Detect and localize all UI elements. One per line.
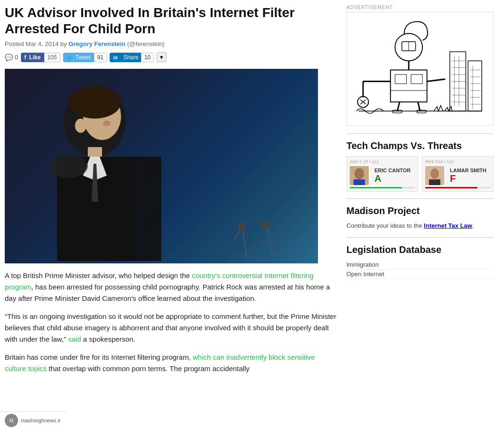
person-silhouette-svg — [28, 83, 161, 263]
list-item[interactable]: Immigration — [346, 260, 494, 270]
tw-count: 91 — [94, 53, 107, 62]
ad-image — [346, 12, 494, 126]
fb-label[interactable]: f Like — [21, 53, 44, 62]
author-handle: (@ferenstein) — [127, 40, 165, 47]
champ2-grade: F — [450, 173, 486, 184]
legislation-list: Immigration Open Internet — [346, 260, 494, 279]
svg-point-8 — [75, 119, 86, 133]
champ2-name: LAMAR SMITH — [450, 168, 486, 173]
divider-1 — [346, 133, 494, 134]
champ2-avatar — [425, 166, 444, 185]
champ-card-1[interactable]: ANA Y 27 / 111 ERIC CANTOR A — [346, 156, 418, 192]
svg-rect-56 — [354, 179, 365, 185]
sidebar: ADVERTISEMENT — [346, 5, 494, 381]
body-paragraph-2: “This is an ongoing investigation so it … — [5, 311, 337, 345]
madison-project-section: Madison Project Contribute your ideas to… — [346, 205, 494, 231]
madison-title: Madison Project — [346, 205, 494, 216]
comment-number: 0 — [15, 54, 18, 61]
author-link[interactable]: Gregory Ferenstein — [68, 40, 127, 47]
article-body: A top British Prime Minister advisor, wh… — [5, 270, 337, 374]
champ1-avatar — [350, 166, 369, 185]
more-sharing-button[interactable]: ▾ — [157, 52, 167, 62]
ad-section: ADVERTISEMENT — [346, 5, 494, 126]
microphone-svg — [233, 221, 289, 259]
comment-count: 💬 0 — [5, 54, 18, 61]
li-label-in[interactable]: in — [110, 53, 121, 62]
madison-text: Contribute your ideas to the Internet Ta… — [346, 221, 494, 231]
legislation-title: Legislation Database — [346, 244, 494, 255]
svg-point-13 — [238, 222, 246, 231]
champ-card-2[interactable]: Res TAX / 112 LAMAR SMITH F — [422, 156, 494, 192]
champ1-label: ANA Y 27 / 111 — [350, 159, 415, 164]
champ2-indicator — [425, 187, 490, 188]
legislation-database-section: Legislation Database Immigration Open In… — [346, 244, 494, 279]
svg-point-7 — [103, 121, 111, 126]
linkedin-button[interactable]: in Share 10 — [110, 53, 154, 62]
ad-drawing-svg — [351, 15, 490, 122]
champ2-label: Res TAX / 112 — [425, 159, 490, 164]
svg-rect-10 — [121, 157, 161, 261]
main-content: UK Advisor Involved In Britain's Interne… — [5, 5, 337, 381]
svg-rect-59 — [429, 179, 440, 185]
internet-tax-link[interactable]: Internet Tax Law — [424, 222, 472, 229]
svg-point-2 — [69, 85, 121, 119]
li-count: 10 — [141, 53, 154, 62]
byline-prefix: Posted Mar 4, 2014 by — [5, 40, 67, 47]
svg-point-58 — [430, 168, 439, 179]
list-item[interactable]: Open Internet — [346, 270, 494, 279]
body-paragraph-3: Britain has come under fire for its Inte… — [5, 352, 337, 374]
tech-champs-section: Tech Champs Vs. Threats ANA Y 27 / 111 — [346, 140, 494, 192]
champ1-name: ERIC CANTOR — [374, 168, 411, 173]
article-image — [5, 69, 318, 263]
article-title: UK Advisor Involved In Britain's Interne… — [5, 5, 337, 37]
social-bar: 💬 0 f Like 105 🐦 Tweet 91 in — [5, 52, 337, 62]
li-share-label: Share — [121, 53, 141, 62]
facebook-button[interactable]: f Like 105 — [21, 53, 60, 62]
body-paragraph-1: A top British Prime Minister advisor, wh… — [5, 270, 337, 304]
svg-point-55 — [355, 168, 364, 179]
tech-champs-title: Tech Champs Vs. Threats — [346, 140, 494, 151]
fb-count: 105 — [44, 53, 60, 62]
svg-rect-16 — [354, 15, 486, 122]
svg-point-15 — [262, 221, 270, 229]
byline: Posted Mar 4, 2014 by Gregory Ferenstein… — [5, 40, 337, 47]
divider-3 — [346, 237, 494, 238]
tw-label[interactable]: 🐦 Tweet — [63, 53, 94, 62]
said-link[interactable]: said — [68, 335, 81, 343]
champ1-indicator — [350, 187, 415, 188]
ad-label: ADVERTISEMENT — [346, 5, 494, 10]
tech-champs-cards: ANA Y 27 / 111 ERIC CANTOR A — [346, 156, 494, 192]
twitter-button[interactable]: 🐦 Tweet 91 — [63, 53, 107, 62]
champ1-grade: A — [374, 173, 411, 184]
divider-2 — [346, 198, 494, 199]
comment-icon: 💬 — [5, 54, 13, 61]
svg-point-9 — [50, 154, 88, 178]
